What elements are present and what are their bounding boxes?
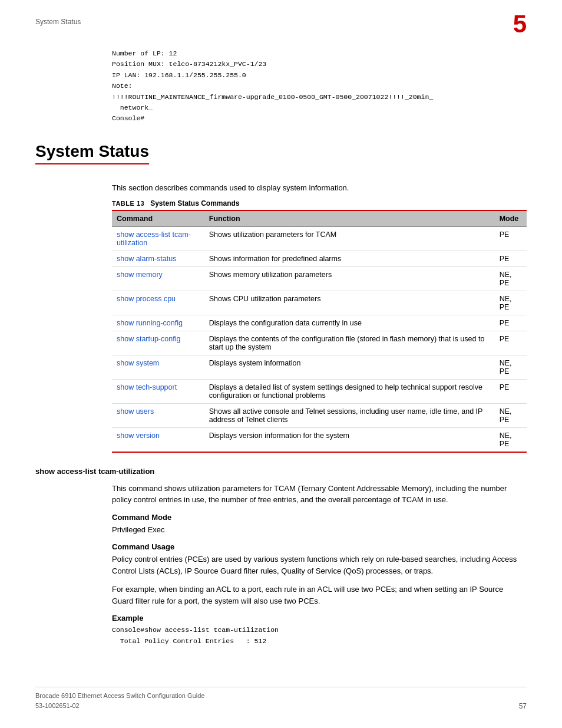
command-link[interactable]: show startup-config [117, 335, 180, 343]
mode-cell: NE, PE [495, 291, 527, 315]
mode-cell: NE, PE [495, 355, 527, 379]
mode-cell: NE, PE [495, 427, 527, 452]
function-cell: Displays the configuration data currentl… [204, 315, 495, 331]
table-label: TABLE 13 System Status Commands [112, 199, 527, 207]
function-cell: Displays system information [204, 355, 495, 379]
command-link[interactable]: show version [117, 431, 160, 440]
table-row: show running-configDisplays the configur… [112, 315, 527, 331]
table-row: show access-list tcam-utilizationShows u… [112, 226, 527, 251]
table-row: show memoryShows memory utilization para… [112, 266, 527, 291]
example-code: Console#show access-list tcam-utilizatio… [112, 625, 527, 647]
page-footer: Brocade 6910 Ethernet Access Switch Conf… [35, 687, 527, 710]
table-row: show process cpuShows CPU utilization pa… [112, 291, 527, 315]
table-header-row: Command Function Mode [112, 210, 527, 227]
subsection-body: This command shows utilization parameter… [112, 483, 527, 647]
command-link[interactable]: show system [117, 359, 159, 367]
footer-page-num: 57 [519, 702, 527, 710]
function-cell: Shows memory utilization parameters [204, 266, 495, 291]
function-cell: Displays version information for the sys… [204, 427, 495, 452]
table-row: show usersShows all active console and T… [112, 403, 527, 427]
subsection-heading: show access-list tcam-utilization [35, 467, 527, 476]
example-label: Example [112, 614, 527, 622]
command-mode-value: Privileged Exec [112, 524, 527, 536]
mode-cell: PE [495, 315, 527, 331]
command-link[interactable]: show tech-support [117, 383, 177, 391]
system-status-table: Command Function Mode show access-list t… [112, 210, 527, 453]
table-row: show versionDisplays version information… [112, 427, 527, 452]
command-usage-p1: Policy control entries (PCEs) are used b… [112, 554, 527, 577]
command-link[interactable]: show alarm-status [117, 255, 176, 263]
command-mode-label: Command Mode [112, 513, 527, 522]
footer-guide: Brocade 6910 Ethernet Access Switch Conf… [35, 691, 204, 701]
col-command: Command [112, 210, 204, 227]
footer-left: Brocade 6910 Ethernet Access Switch Conf… [35, 691, 204, 710]
command-link[interactable]: show memory [117, 271, 163, 279]
mode-cell: PE [495, 379, 527, 403]
command-usage-label: Command Usage [112, 542, 527, 551]
section-intro: This section describes commands used to … [112, 183, 527, 192]
mode-cell: PE [495, 226, 527, 251]
page-header: System Status 5 [35, 18, 527, 37]
function-cell: Displays a detailed list of system setti… [204, 379, 495, 403]
table-row: show systemDisplays system informationNE… [112, 355, 527, 379]
top-code-block: Number of LP: 12 Position MUX: telco-873… [112, 48, 527, 124]
function-cell: Shows all active console and Telnet sess… [204, 403, 495, 427]
header-title: System Status [35, 18, 81, 26]
mode-cell: NE, PE [495, 403, 527, 427]
command-link[interactable]: show running-config [117, 319, 183, 327]
command-usage-p2: For example, when binding an ACL to a po… [112, 584, 527, 607]
subsection-description: This command shows utilization parameter… [112, 483, 527, 506]
function-cell: Shows information for predefined alarms [204, 251, 495, 266]
mode-cell: PE [495, 331, 527, 355]
command-link[interactable]: show users [117, 407, 154, 416]
function-cell: Shows utilization parameters for TCAM [204, 226, 495, 251]
page-number: 5 [513, 12, 527, 37]
function-cell: Shows CPU utilization parameters [204, 291, 495, 315]
table-row: show tech-supportDisplays a detailed lis… [112, 379, 527, 403]
table-row: show startup-configDisplays the contents… [112, 331, 527, 355]
section-heading: System Status [35, 142, 149, 164]
command-link[interactable]: show process cpu [117, 295, 176, 303]
col-mode: Mode [495, 210, 527, 227]
footer-doc-id: 53-1002651-02 [35, 701, 204, 711]
col-function: Function [204, 210, 495, 227]
mode-cell: NE, PE [495, 266, 527, 291]
function-cell: Displays the contents of the configurati… [204, 331, 495, 355]
table-row: show alarm-statusShows information for p… [112, 251, 527, 266]
mode-cell: PE [495, 251, 527, 266]
command-link[interactable]: show access-list tcam-utilization [117, 230, 191, 247]
